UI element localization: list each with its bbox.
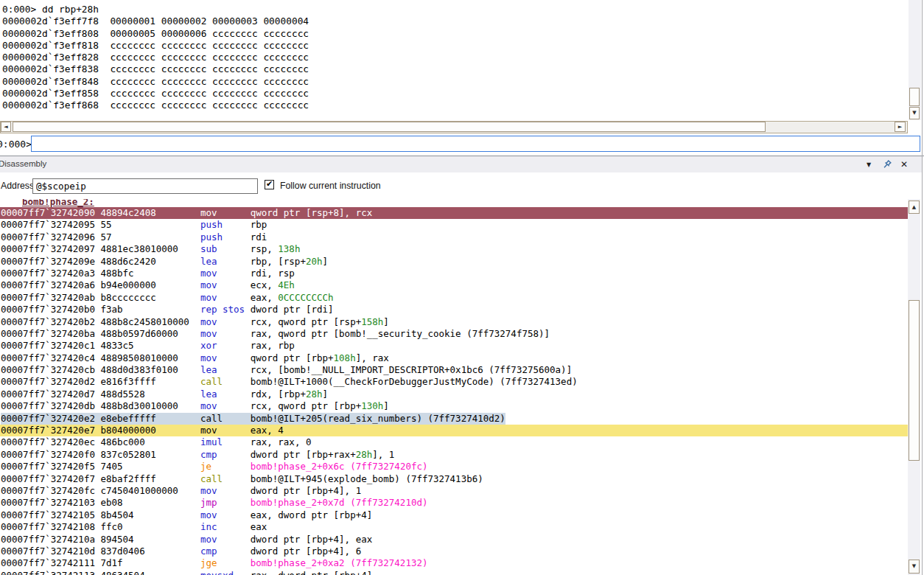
address-label: Address:	[1, 181, 37, 191]
disasm-row[interactable]: 00007ff7`32742090 48894c2408 mov qword p…	[0, 207, 908, 219]
panel-title: Disassembly	[0, 159, 46, 168]
output-line: 0000002d`f3eff868 cccccccc cccccccc cccc…	[2, 100, 906, 111]
disasm-row[interactable]: 00007ff7`32742113 48634504 movsxd rax, d…	[0, 570, 908, 575]
disasm-row[interactable]: 00007ff7`327420f5 7405 je bomb!phase_2+0…	[0, 461, 908, 473]
disasm-row[interactable]: 00007ff7`327420cb 488d0d383f0100 lea rcx…	[0, 364, 908, 376]
disasm-row[interactable]: 00007ff7`327420b0 f3ab rep stos dword pt…	[0, 304, 908, 316]
disasm-row[interactable]: 00007ff7`3274209e 488d6c2420 lea rbp, [r…	[0, 256, 908, 268]
disasm-row[interactable]: 00007ff7`32742095 55 push rbp	[0, 219, 908, 231]
output-line: 0000002d`f3eff7f8 00000001 00000002 0000…	[2, 15, 906, 27]
follow-checkbox[interactable]: ✔	[265, 180, 274, 189]
output-line: 0000002d`f3eff818 cccccccc cccccccc cccc…	[2, 40, 906, 52]
disasm-row[interactable]: 00007ff7`3274210a 894504 mov dword ptr […	[0, 534, 908, 546]
disasm-row[interactable]: 00007ff7`32742105 8b4504 mov eax, dword …	[0, 509, 908, 521]
disasm-row[interactable]: 00007ff7`32742103 eb08 jmp bomb!phase_2+…	[0, 497, 908, 509]
disasm-row[interactable]: 00007ff7`327420db 488b8d30010000 mov rcx…	[0, 400, 908, 412]
output-line: 0000002d`f3eff808 00000005 00000006 cccc…	[2, 28, 906, 40]
command-input[interactable]	[31, 136, 920, 152]
disasm-row[interactable]: 00007ff7`327420a6 b94e000000 mov ecx, 4E…	[0, 279, 908, 291]
disassembly-vertical-scrollbar[interactable]: ▲ ▼	[908, 199, 920, 575]
scroll-down-icon[interactable]: ▼	[909, 107, 920, 119]
scroll-right-icon[interactable]: ►	[895, 122, 906, 132]
disasm-row[interactable]: 00007ff7`32742111 7d1f jge bomb!phase_2+…	[0, 557, 908, 569]
output-vertical-scrollbar[interactable]: ▼	[909, 0, 921, 120]
disasm-row[interactable]: 00007ff7`327420f7 e8baf2ffff call bomb!@…	[0, 473, 908, 485]
scroll-down-icon[interactable]: ▼	[909, 560, 920, 574]
disasm-row[interactable]: 00007ff7`327420a3 488bfc mov rdi, rsp	[0, 268, 908, 279]
follow-checkbox-label: Follow current instruction	[280, 181, 381, 191]
disasm-row[interactable]: 00007ff7`327420ba 488b0597d60000 mov rax…	[0, 328, 908, 340]
address-input[interactable]	[32, 178, 258, 194]
scroll-up-icon[interactable]: ▲	[909, 201, 920, 214]
output-line: 0:000> dd rbp+28h	[2, 4, 906, 15]
disasm-row[interactable]: 00007ff7`32742097 4881ec38010000 sub rsp…	[0, 243, 908, 255]
command-output-pane[interactable]: 0:000> dd rbp+28h0000002d`f3eff7f8 00000…	[0, 0, 906, 120]
disasm-row[interactable]: 00007ff7`327420e2 e8ebefffff call bomb!@…	[0, 413, 908, 425]
disasm-row[interactable]: 00007ff7`327420ec 486bc000 imul rax, rax…	[0, 436, 908, 448]
disasm-row[interactable]: 00007ff7`32742108 ffc0 inc eax	[0, 521, 908, 533]
disassembly-vscroll-thumb[interactable]	[909, 300, 920, 461]
disassembly-pane[interactable]: bomb!phase_2: 00007ff7`32742090 48894c24…	[0, 199, 908, 575]
function-label: bomb!phase_2:	[22, 199, 908, 207]
command-prompt-label: 0:000>	[0, 139, 32, 150]
disasm-row[interactable]: 00007ff7`327420b2 488b8c2458010000 mov r…	[0, 316, 908, 328]
disasm-row[interactable]: 00007ff7`327420d7 488d5528 lea rdx, [rbp…	[0, 388, 908, 400]
panel-menu-chevron-icon[interactable]: ▼	[862, 158, 875, 171]
disasm-row[interactable]: 00007ff7`327420ab b8cccccccc mov eax, 0C…	[0, 292, 908, 304]
output-vscroll-thumb[interactable]	[909, 88, 920, 106]
close-icon[interactable]: ✕	[897, 158, 911, 171]
disasm-row[interactable]: 00007ff7`327420c1 4833c5 xor rax, rbp	[0, 340, 908, 352]
disasm-row[interactable]: 00007ff7`327420fc c7450401000000 mov dwo…	[0, 485, 908, 497]
output-line: 0000002d`f3eff858 cccccccc cccccccc cccc…	[2, 88, 906, 100]
output-line: 0000002d`f3eff828 cccccccc cccccccc cccc…	[2, 52, 906, 63]
address-bar: Address: ✔ Follow current instruction	[0, 172, 923, 199]
disasm-row[interactable]: 00007ff7`327420d2 e816f3ffff call bomb!@…	[0, 376, 908, 388]
pin-icon[interactable]	[880, 158, 893, 171]
disasm-row[interactable]: 00007ff7`327420c4 48898508010000 mov qwo…	[0, 352, 908, 364]
window-right-edge	[922, 0, 923, 575]
output-line: 0000002d`f3eff848 cccccccc cccccccc cccc…	[2, 76, 906, 88]
disassembly-titlebar: Disassembly ▼ ✕	[0, 156, 923, 172]
output-horizontal-scrollbar[interactable]: ◄ ►	[0, 121, 908, 133]
disasm-row[interactable]: 00007ff7`3274210d 837d0406 cmp dword ptr…	[0, 546, 908, 557]
disasm-row[interactable]: 00007ff7`32742096 57 push rdi	[0, 231, 908, 243]
scroll-left-icon[interactable]: ◄	[1, 122, 11, 132]
output-hscroll-thumb[interactable]	[13, 122, 766, 132]
disasm-row[interactable]: 00007ff7`327420f0 837c052801 cmp dword p…	[0, 449, 908, 461]
disasm-row[interactable]: 00007ff7`327420e7 b804000000 mov eax, 4	[0, 425, 908, 436]
disassembly-rows: 00007ff7`32742090 48894c2408 mov qword p…	[0, 207, 908, 575]
output-line: 0000002d`f3eff838 cccccccc cccccccc cccc…	[2, 63, 906, 75]
checkbox-check-icon: ✔	[266, 180, 273, 188]
